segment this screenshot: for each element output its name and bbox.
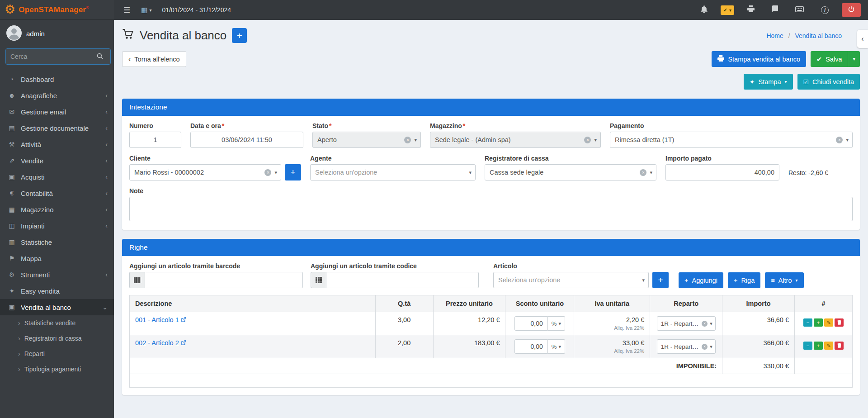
sidebar-subitem-tipologia-pagamenti[interactable]: › Tipologia pagamenti	[0, 361, 114, 377]
close-sale-button[interactable]: ☑ Chiudi vendita	[797, 74, 860, 90]
new-sale-button[interactable]: +	[232, 28, 247, 43]
registratore-select[interactable]: Cassa sede legale × ▾	[485, 164, 656, 180]
sidebar-item-statistiche[interactable]: ▥ Statistiche	[0, 234, 114, 250]
search-icon	[97, 53, 103, 61]
sidebar-item-attivit[interactable]: ⚒ Attività ‹	[0, 136, 114, 152]
discount-input[interactable]	[514, 339, 548, 354]
chevron-icon: ‹	[105, 190, 108, 197]
agente-select[interactable]: Seleziona un'opzione ▾	[310, 164, 476, 180]
delete-row-button[interactable]	[835, 342, 844, 350]
logo[interactable]: ⚙ OpenSTAManager®	[0, 0, 114, 20]
altro-dropdown-button[interactable]: ≡Altro▾	[765, 272, 803, 288]
clear-icon[interactable]: ×	[702, 344, 708, 350]
collapse-panel-tab[interactable]: ‹	[857, 30, 868, 48]
sidebar-item-anagrafiche[interactable]: ☻ Anagrafiche ‹	[0, 87, 114, 104]
print-button[interactable]	[743, 3, 759, 17]
sidebar-toggle-button[interactable]: ☰	[119, 3, 134, 18]
add-article-button[interactable]: +	[652, 272, 669, 288]
breadcrumb-home-link[interactable]: Home	[766, 32, 783, 39]
sidebar-item-gestione-email[interactable]: ✉ Gestione email ‹	[0, 104, 114, 120]
imponibile-value: 330,00 €	[722, 358, 795, 374]
clear-icon[interactable]: ×	[702, 321, 708, 327]
back-to-list-button[interactable]: ‹ Torna all'elenco	[122, 51, 186, 67]
col-sconto: Sconto unitario	[505, 295, 574, 312]
importo-pagato-input[interactable]	[665, 164, 779, 180]
stato-select[interactable]: Aperto × ▾	[312, 132, 421, 148]
increase-qty-button[interactable]: +	[814, 342, 823, 350]
sidebar-item-mappa[interactable]: ⚑ Mappa	[0, 250, 114, 266]
magazzino-select[interactable]: Sede legale - (Admin spa) × ▾	[430, 132, 601, 148]
reparto-select[interactable]: 1R - Reparto 1... × ▾	[657, 316, 716, 331]
sidebar-item-magazzino[interactable]: ▦ Magazzino ‹	[0, 201, 114, 218]
shortcuts-button[interactable]	[791, 3, 808, 17]
add-client-button[interactable]: +	[285, 164, 301, 180]
riga-button[interactable]: +Riga	[728, 272, 760, 288]
decrease-qty-button[interactable]: −	[803, 342, 812, 350]
reparto-select[interactable]: 1R - Reparto 1... × ▾	[657, 339, 716, 354]
edit-row-button[interactable]: ✎	[824, 342, 833, 350]
save-dropdown-button[interactable]: ▾	[848, 51, 860, 67]
decrease-qty-button[interactable]: −	[803, 318, 812, 327]
breadcrumb-current-link[interactable]: Vendita al banco	[795, 32, 842, 39]
bar-chart-icon: ▥	[7, 238, 16, 246]
sidebar-item-contabilit[interactable]: € Contabilità ‹	[0, 185, 114, 201]
pagamento-select[interactable]: Rimessa diretta (1T) × ▾	[610, 132, 853, 148]
stampa-dropdown-button[interactable]: ✦ Stampa ▾	[744, 74, 793, 90]
docs-button[interactable]	[768, 3, 782, 17]
note-input[interactable]	[129, 197, 853, 221]
clear-icon[interactable]: ×	[640, 169, 646, 176]
checklist-dropdown-button[interactable]: ✔▾	[721, 5, 734, 15]
date-range-button[interactable]: 01/01/2024 - 31/12/2024	[158, 4, 235, 16]
increase-qty-button[interactable]: +	[814, 318, 823, 327]
sidebar-item-impianti[interactable]: ◫ Impianti ‹	[0, 218, 114, 234]
codice-input[interactable]	[326, 272, 479, 288]
notifications-button[interactable]	[697, 3, 712, 18]
boxes-icon: ▦	[7, 206, 16, 213]
clear-icon[interactable]: ×	[836, 137, 843, 143]
barcode-input[interactable]	[145, 272, 303, 288]
search-button[interactable]	[91, 48, 108, 65]
table-row: 001 - Articolo 1 3,00 12,20 € % ▾ 2,20 €…	[130, 312, 853, 335]
discount-input[interactable]	[514, 316, 548, 331]
vat-note: Aliq. Iva 22%	[580, 325, 644, 331]
delete-row-button[interactable]	[835, 318, 844, 327]
edit-row-button[interactable]: ✎	[824, 318, 833, 327]
user-panel[interactable]: admin	[0, 20, 114, 46]
sidebar-subitem-reparti[interactable]: › Reparti	[0, 346, 114, 361]
external-link-icon	[181, 339, 186, 347]
save-button[interactable]: ✔ Salva	[811, 51, 848, 67]
numero-input[interactable]	[129, 132, 181, 148]
sidebar-item-acquisti[interactable]: ▣ Acquisti ‹	[0, 169, 114, 185]
calendar-button[interactable]: ▦▾	[137, 3, 156, 17]
discount-unit-button[interactable]: % ▾	[548, 316, 565, 331]
gear-icon: ⚙	[7, 271, 16, 278]
articolo-select[interactable]: Seleziona un'opzione ▾	[493, 272, 649, 288]
cliente-select[interactable]: Mario Rossi - 00000002 × ▾	[129, 164, 281, 180]
clear-icon[interactable]: ×	[404, 137, 411, 143]
logout-button[interactable]	[842, 3, 861, 17]
sidebar-subitem-statistiche-vendite[interactable]: › Statistiche vendite	[0, 315, 114, 331]
data-ora-input[interactable]	[190, 132, 303, 148]
chevron-down-icon: ▾	[729, 8, 731, 13]
article-link[interactable]: 002 - Articolo 2	[135, 339, 186, 347]
chevron-right-icon: ›	[18, 366, 20, 373]
article-link[interactable]: 001 - Articolo 1	[135, 316, 186, 323]
sidebar-item-strumenti[interactable]: ⚙ Strumenti ‹	[0, 266, 114, 283]
sidebar-item-easy-vendita[interactable]: ✦ Easy vendita	[0, 283, 114, 299]
plus-icon: +	[237, 30, 242, 41]
info-button[interactable]: i	[817, 4, 833, 17]
sidebar-item-gestione-documentale[interactable]: ▤ Gestione documentale ‹	[0, 120, 114, 136]
sidebar-item-dashboard[interactable]: ◔ Dashboard	[0, 71, 114, 87]
clear-icon[interactable]: ×	[584, 137, 591, 143]
chevron-down-icon: ▾	[796, 278, 798, 283]
sidebar-subitem-registratori-di-cassa[interactable]: › Registratori di cassa	[0, 331, 114, 346]
print-sale-button[interactable]: Stampa vendita al banco	[712, 51, 806, 67]
sidebar-item-vendite[interactable]: ⇗ Vendite ‹	[0, 152, 114, 169]
rows-table: Descrizione Q.tà Prezzo unitario Sconto …	[129, 295, 853, 388]
aggiungi-button[interactable]: +Aggiungi	[679, 272, 723, 288]
sidebar-item-vendita-al-banco[interactable]: ▣ Vendita al banco ⌄	[0, 299, 114, 315]
discount-unit-button[interactable]: % ▾	[548, 339, 565, 354]
barcode-icon	[129, 272, 145, 288]
clear-icon[interactable]: ×	[264, 169, 271, 176]
pagamento-label: Pagamento	[610, 122, 853, 129]
